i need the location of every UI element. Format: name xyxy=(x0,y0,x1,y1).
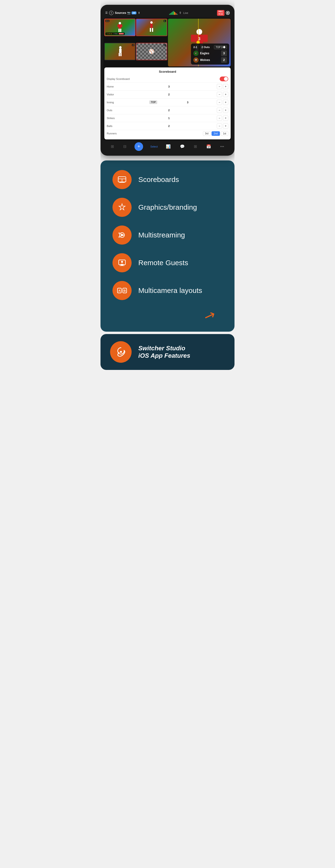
audio-bar-8 xyxy=(176,13,176,15)
svg-rect-14 xyxy=(120,53,121,56)
info-icon[interactable]: i xyxy=(109,11,113,15)
visitor-minus-button[interactable]: − xyxy=(217,92,222,97)
eagles-score-row: 🦅 Eagles 3 xyxy=(193,51,227,56)
outs-value: 2 xyxy=(168,109,170,112)
bottom-banner: Switcher Studio iOS App Features xyxy=(101,334,234,370)
sources-button[interactable]: Sources 📷 AF xyxy=(115,11,136,14)
tablet-top-bar: ☰ i Sources 📷 AF ⬆ 🎙 Live xyxy=(103,9,232,18)
share-icon[interactable]: ⬆ xyxy=(138,11,140,14)
svg-rect-3 xyxy=(121,24,122,27)
audio-bar-2 xyxy=(170,13,171,15)
cell-4-badge-right: 2 xyxy=(164,44,166,46)
more-icon[interactable]: ••• xyxy=(219,144,225,150)
runner-1st-button[interactable]: 1st xyxy=(221,131,228,136)
svg-rect-5 xyxy=(120,29,121,32)
player-svg-3 xyxy=(115,45,125,57)
eagles-score: 3 xyxy=(221,51,227,56)
multistream-icon-circle xyxy=(112,225,132,245)
audio-bar-1 xyxy=(169,14,170,15)
chat-icon[interactable]: 💬 xyxy=(179,143,186,150)
svg-rect-18 xyxy=(191,35,196,42)
strikes-plus-button[interactable]: + xyxy=(223,116,228,121)
scoreboard-overlay: 2-1 2 Outs TOP 3 🦅 Eagles 3 xyxy=(191,43,229,65)
balls-plus-button[interactable]: + xyxy=(223,123,228,129)
scoreboard-panel: Scoreboard Display Scoreboard Home 3 − +… xyxy=(104,67,231,140)
scoreboard-svg-icon xyxy=(117,175,127,184)
svg-rect-12 xyxy=(119,49,121,53)
svg-point-6 xyxy=(150,21,153,24)
multistreaming-label: Multistreaming xyxy=(138,231,185,239)
player-svg-1 xyxy=(115,21,125,33)
home-row: Home 3 − + xyxy=(107,83,228,91)
video-cell-1[interactable]: 2-1 Cardinals 2 Outs TOP 3 xyxy=(104,19,135,36)
schedule-icon[interactable]: 📅 xyxy=(205,143,212,150)
main-preview: 3 2-1 2 Outs TOP 3 xyxy=(168,19,231,66)
display-toggle[interactable] xyxy=(220,76,228,81)
panel-title: Scoreboard xyxy=(107,70,228,73)
svg-rect-7 xyxy=(150,24,153,28)
home-minus-button[interactable]: − xyxy=(217,84,222,89)
stop-button[interactable] xyxy=(226,11,230,15)
sources-label: Sources xyxy=(115,11,126,14)
chart-icon[interactable]: 📊 xyxy=(165,143,172,150)
strikes-row: Strikes 1 − + xyxy=(107,114,228,122)
wolves-logo: 🐺 xyxy=(193,57,199,63)
runners-row: Runners 3rd 2nd 1st xyxy=(107,130,228,137)
visitor-value: 2 xyxy=(168,93,170,96)
visitor-label: Visitor xyxy=(107,93,121,96)
select-button[interactable]: Select xyxy=(150,145,158,148)
strikes-label: Strikes xyxy=(107,117,121,120)
outs-row: Outs 2 − + xyxy=(107,106,228,114)
tablet-device: ☰ i Sources 📷 AF ⬆ 🎙 Live xyxy=(101,5,234,156)
balls-row: Balls 2 − + xyxy=(107,122,228,130)
grid-view-icon[interactable]: ⊞ xyxy=(110,143,115,150)
remote-icon-circle xyxy=(112,253,132,272)
runner-3rd-button[interactable]: 3rd xyxy=(203,131,211,136)
outs-label: Outs xyxy=(107,109,121,112)
multicamera-label: Multicamera layouts xyxy=(138,286,202,294)
audio-bar-7 xyxy=(175,12,176,15)
baseball-icon: ⚾ xyxy=(148,49,155,54)
eagles-logo: 🦅 xyxy=(193,51,199,56)
visitor-controls: − + xyxy=(217,92,228,97)
svg-rect-35 xyxy=(121,265,123,266)
video-preview-3 xyxy=(105,43,135,60)
inning-label: Inning xyxy=(107,101,121,104)
team-cardinals-sm: Cardinals xyxy=(107,33,112,34)
feature-multistreaming: Multistreaming xyxy=(112,225,223,245)
score-overlay-small: Cardinals 2 Outs TOP 3 xyxy=(106,33,125,35)
tablet-content-area: 2-1 Cardinals 2 Outs TOP 3 xyxy=(103,18,232,153)
video-preview-2 xyxy=(136,19,167,36)
outs-plus-button[interactable]: + xyxy=(223,107,228,113)
add-button[interactable]: + xyxy=(135,142,143,151)
svg-rect-13 xyxy=(119,53,120,56)
clip-icon[interactable]: ⊟ xyxy=(122,143,127,150)
inning-minus-button[interactable]: − xyxy=(217,100,222,105)
rec-badge: REC 0:11 xyxy=(217,10,224,16)
balls-minus-button[interactable]: − xyxy=(217,123,222,129)
visitor-row: Visitor 2 − + xyxy=(107,91,228,98)
balls-controls: − + xyxy=(217,123,228,129)
svg-marker-26 xyxy=(119,204,125,210)
svg-rect-36 xyxy=(120,266,124,266)
video-grid: 2-1 Cardinals 2 Outs TOP 3 xyxy=(104,19,167,66)
visitor-plus-button[interactable]: + xyxy=(223,92,228,97)
eagles-name: Eagles xyxy=(200,52,220,55)
strikes-value: 1 xyxy=(168,117,170,120)
svg-rect-4 xyxy=(118,29,120,32)
audio-bar-4 xyxy=(172,12,173,15)
video-cell-3[interactable]: 2 xyxy=(104,43,135,60)
multiview-icon[interactable]: ⊞ xyxy=(193,143,198,150)
feature-graphics: Graphics/branding xyxy=(112,198,223,217)
live-badge: Live xyxy=(183,11,188,14)
score-header-value: 2-1 xyxy=(193,46,197,49)
strikes-minus-button[interactable]: − xyxy=(217,116,222,121)
inning-value: 3 xyxy=(187,101,188,104)
video-cell-4[interactable]: ⚾ 2 xyxy=(136,43,167,60)
inning-plus-button[interactable]: + xyxy=(223,100,228,105)
outs-minus-button[interactable]: − xyxy=(217,107,222,113)
video-cell-2[interactable]: 1 xyxy=(136,19,167,36)
runner-2nd-button[interactable]: 2nd xyxy=(212,131,220,136)
hamburger-icon[interactable]: ☰ xyxy=(105,11,108,14)
home-plus-button[interactable]: + xyxy=(223,84,228,89)
